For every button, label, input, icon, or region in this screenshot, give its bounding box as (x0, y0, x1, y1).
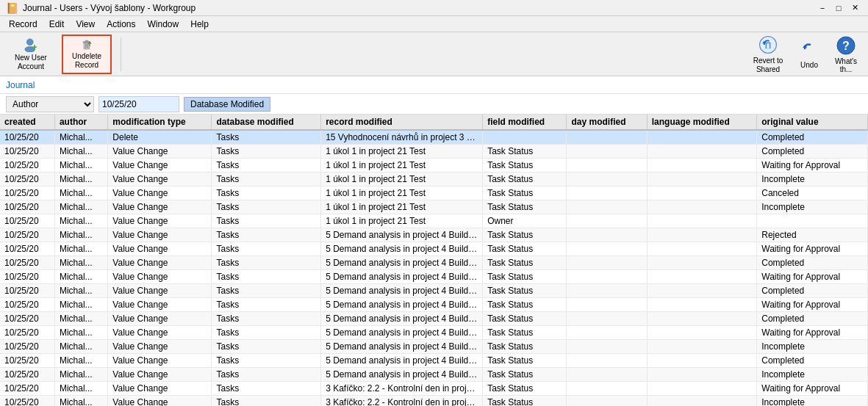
table-cell: Michal... (54, 200, 107, 214)
col-day-modified[interactable]: day modified (567, 115, 647, 130)
table-cell: Task Status (483, 270, 567, 284)
table-row[interactable]: 10/25/20Michal...Value ChangeTasks5 Dema… (0, 368, 868, 382)
table-body: 10/25/20Michal...DeleteTasks15 Vyhodnoce… (0, 130, 868, 406)
table-cell: Waiting for Approval (757, 326, 868, 340)
date-filter-input[interactable] (98, 96, 179, 112)
table-row[interactable]: 10/25/20Michal...Value ChangeTasks5 Dema… (0, 242, 868, 256)
table-cell (647, 214, 757, 228)
table-cell (647, 382, 757, 396)
table-row[interactable]: 10/25/20Michal...Value ChangeTasks1 úkol… (0, 173, 868, 186)
table-row[interactable]: 10/25/20Michal...Value ChangeTasks5 Dema… (0, 326, 868, 340)
table-row[interactable]: 10/25/20Michal...Value ChangeTasks5 Dema… (0, 228, 868, 242)
table-row[interactable]: 10/25/20Michal...Value ChangeTasks1 úkol… (0, 145, 868, 159)
table-cell: 5 Demand analysis in project 4 Building … (321, 242, 483, 256)
table-cell: Tasks (212, 270, 321, 284)
maximize-button[interactable]: □ (831, 1, 846, 15)
table-cell: Michal... (54, 242, 107, 256)
table-cell: 10/25/20 (0, 242, 54, 256)
table-cell: 10/25/20 (0, 284, 54, 298)
table-row[interactable]: 10/25/20Michal...Value ChangeTasks1 úkol… (0, 214, 868, 228)
table-cell: 10/25/20 (0, 354, 54, 368)
whats-this-button[interactable]: ? What's th... (830, 35, 862, 74)
table-cell: Task Status (483, 382, 567, 396)
table-row[interactable]: 10/25/20Michal...Value ChangeTasks5 Dema… (0, 340, 868, 354)
table-cell: Incomplete (757, 340, 868, 354)
table-cell: Michal... (54, 326, 107, 340)
table-cell: Incomplete (757, 173, 868, 186)
table-row[interactable]: 10/25/20Michal...DeleteTasks15 Vyhodnoce… (0, 130, 868, 145)
new-user-account-button[interactable]: New User Account (6, 35, 56, 74)
table-cell: 10/25/20 (0, 396, 54, 407)
table-row[interactable]: 10/25/20Michal...Value ChangeTasks5 Dema… (0, 312, 868, 326)
table-cell (567, 145, 647, 159)
table-header: created author modification type databas… (0, 115, 868, 130)
undelete-record-button[interactable]: Undelete Record (62, 35, 112, 74)
col-original-value[interactable]: original value (757, 115, 868, 130)
table-cell: 10/25/20 (0, 173, 54, 186)
col-modification-type[interactable]: modification type (108, 115, 212, 130)
close-button[interactable]: ✕ (847, 1, 862, 15)
table-cell: Value Change (108, 312, 212, 326)
col-created[interactable]: created (0, 115, 54, 130)
svg-rect-13 (767, 43, 770, 48)
col-database-modified[interactable]: database modified (212, 115, 321, 130)
table-cell (567, 130, 647, 145)
table-row[interactable]: 10/25/20Michal...Value ChangeTasks3 Kafí… (0, 396, 868, 407)
breadcrumb-journal-link[interactable]: Journal (6, 80, 35, 90)
undo-button[interactable]: Undo (793, 35, 825, 74)
table-row[interactable]: 10/25/20Michal...Value ChangeTasks1 úkol… (0, 159, 868, 173)
revert-to-shared-button[interactable]: Revert to Shared (747, 35, 789, 74)
revert-label: Revert to Shared (747, 57, 789, 74)
table-cell: Completed (757, 145, 868, 159)
table-cell: Michal... (54, 173, 107, 186)
table-cell: Rejected (757, 228, 868, 242)
col-field-modified[interactable]: field modified (483, 115, 567, 130)
table-cell: Michal... (54, 270, 107, 284)
col-record-modified[interactable]: record modified (321, 115, 483, 130)
table-cell: Value Change (108, 256, 212, 270)
menu-window[interactable]: Window (142, 18, 185, 31)
menu-edit[interactable]: Edit (43, 18, 71, 31)
col-language-modified[interactable]: language modified (647, 115, 757, 130)
author-filter-select[interactable]: Author (6, 96, 94, 112)
menu-actions[interactable]: Actions (101, 18, 141, 31)
table-cell: Tasks (212, 145, 321, 159)
svg-text:?: ? (842, 40, 850, 52)
table-cell: 15 Vyhodnocení návrhů in project 3 Vybud… (321, 130, 483, 145)
table-cell: Tasks (212, 382, 321, 396)
col-author[interactable]: author (54, 115, 107, 130)
table-cell: Task Status (483, 284, 567, 298)
menu-help[interactable]: Help (184, 18, 215, 31)
table-cell (647, 340, 757, 354)
menu-view[interactable]: View (70, 18, 101, 31)
table-cell (647, 145, 757, 159)
journal-table: created author modification type databas… (0, 115, 868, 406)
table-cell: Completed (757, 256, 868, 270)
table-row[interactable]: 10/25/20Michal...Value ChangeTasks5 Dema… (0, 354, 868, 368)
table-row[interactable]: 10/25/20Michal...Value ChangeTasks5 Dema… (0, 270, 868, 284)
table-cell: Task Status (483, 200, 567, 214)
table-cell: Michal... (54, 186, 107, 200)
table-cell (567, 368, 647, 382)
table-row[interactable]: 10/25/20Michal...Value ChangeTasks1 úkol… (0, 200, 868, 214)
table-cell (647, 256, 757, 270)
table-row[interactable]: 10/25/20Michal...Value ChangeTasks5 Dema… (0, 298, 868, 312)
minimize-button[interactable]: − (815, 1, 830, 15)
table-cell: Value Change (108, 284, 212, 298)
table-cell (647, 130, 757, 145)
table-row[interactable]: 10/25/20Michal...Value ChangeTasks3 Kafí… (0, 382, 868, 396)
table-cell: 10/25/20 (0, 382, 54, 396)
table-row[interactable]: 10/25/20Michal...Value ChangeTasks5 Dema… (0, 284, 868, 298)
help-icon: ? (836, 35, 856, 56)
table-cell: 10/25/20 (0, 326, 54, 340)
menu-record[interactable]: Record (3, 18, 43, 31)
table-container[interactable]: created author modification type databas… (0, 115, 868, 406)
table-cell (647, 228, 757, 242)
table-row[interactable]: 10/25/20Michal...Value ChangeTasks5 Dema… (0, 256, 868, 270)
table-cell (647, 242, 757, 256)
table-cell (567, 186, 647, 200)
table-cell (647, 159, 757, 173)
table-cell (567, 284, 647, 298)
table-row[interactable]: 10/25/20Michal...Value ChangeTasks1 úkol… (0, 186, 868, 200)
table-cell (567, 270, 647, 284)
